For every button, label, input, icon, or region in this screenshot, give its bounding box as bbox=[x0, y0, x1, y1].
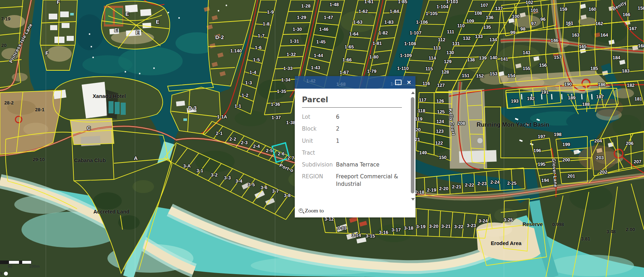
scale-label-100m: 100m bbox=[29, 264, 39, 268]
highlighted-parcel-2-6 bbox=[272, 143, 289, 162]
field-row-unit: Unit 1 bbox=[302, 137, 403, 145]
popup-header[interactable]: 1-781-681-42 ✕ bbox=[295, 76, 415, 89]
scale-bar-labels: 50 100m bbox=[0, 264, 50, 269]
popup-title: Parcel bbox=[295, 89, 415, 107]
popup-body: Parcel Lot 6 Block 2 Unit 1 bbox=[295, 89, 415, 217]
attribution-logo-icon bbox=[4, 272, 8, 276]
field-row-lot: Lot 6 bbox=[302, 113, 403, 121]
popup-footer: Zoom to bbox=[295, 204, 415, 217]
see-through-parcel-label: 1-68 bbox=[336, 81, 346, 87]
map-viewer: 1-91-81-71-61-51-41-31-21-11-1A1.1401-28… bbox=[0, 0, 644, 277]
scale-label-50: 50 bbox=[8, 264, 13, 268]
field-row-tract: Tract bbox=[302, 149, 403, 156]
field-row-subdivision: Subdivision Bahama Terrace bbox=[302, 161, 403, 168]
popup-divider bbox=[302, 107, 402, 108]
scroll-down-arrow-icon[interactable] bbox=[411, 198, 415, 201]
scale-bar bbox=[0, 260, 32, 264]
popup-fields: Lot 6 Block 2 Unit 1 Tract bbox=[302, 113, 403, 188]
maximize-icon[interactable] bbox=[395, 80, 402, 85]
attribution: Y bbox=[0, 271, 8, 276]
see-through-parcel-label: 1-42 bbox=[306, 78, 316, 84]
attribution-text: Y bbox=[0, 271, 3, 276]
close-icon[interactable]: ✕ bbox=[407, 76, 411, 89]
zoom-to-magnifier-plus-icon bbox=[299, 208, 303, 213]
scrollbar-thumb[interactable] bbox=[411, 97, 414, 193]
field-row-region: REGION Freeport Commercial & Industrial bbox=[302, 173, 403, 188]
popup-scrollbar[interactable] bbox=[410, 89, 415, 204]
field-row-block: Block 2 bbox=[302, 125, 403, 132]
scroll-up-arrow-icon[interactable] bbox=[411, 91, 415, 94]
parcel-popup: 1-781-681-42 ✕ Parcel Lot 6 Block 2 bbox=[295, 76, 415, 217]
zoom-to-button[interactable]: Zoom to bbox=[299, 207, 324, 214]
